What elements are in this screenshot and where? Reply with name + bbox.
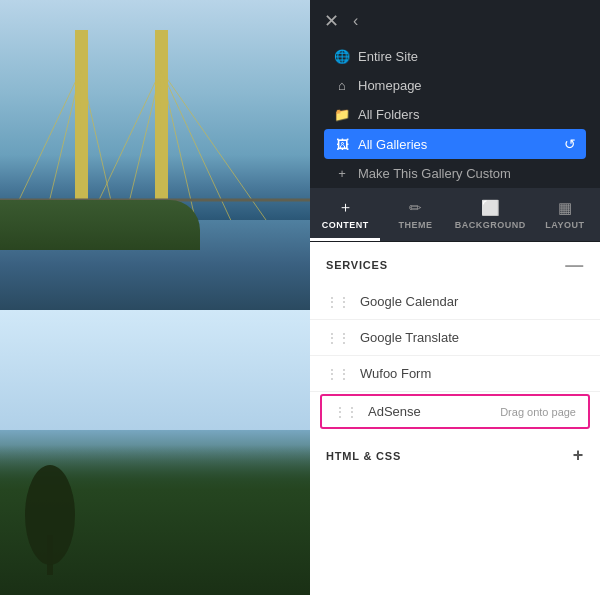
bridge-cables-svg [0, 40, 310, 220]
drag-handle-icon: ⋮⋮ [326, 295, 350, 309]
tab-background-label: BACKGROUND [455, 220, 526, 230]
nav-item-all-galleries[interactable]: 🖼 All Galleries ↺ [324, 129, 586, 159]
services-title: SERVICES [326, 259, 388, 271]
service-item-wufoo-form[interactable]: ⋮⋮ Wufoo Form [310, 356, 600, 392]
canvas-area [0, 0, 310, 595]
globe-icon: 🌐 [334, 49, 350, 64]
close-button[interactable]: ✕ [324, 12, 339, 30]
expand-html-css-button[interactable]: + [573, 445, 584, 466]
nav-top-row: ✕ ‹ [324, 12, 586, 30]
svg-line-5 [120, 70, 161, 220]
svg-line-2 [80, 70, 81, 220]
layout-tab-icon: ▦ [558, 199, 572, 217]
service-item-adsense[interactable]: ⋮⋮ AdSense Drag onto page [320, 394, 590, 429]
background-tab-icon: ⬜ [481, 199, 500, 217]
drag-onto-label: Drag onto page [500, 406, 576, 418]
nav-item-label: All Folders [358, 107, 419, 122]
svg-point-12 [25, 465, 75, 565]
bottom-image [0, 310, 310, 595]
tab-layout-label: LAYOUT [545, 220, 584, 230]
nav-item-label: Homepage [358, 78, 422, 93]
gallery-icon: 🖼 [334, 137, 350, 152]
tab-content[interactable]: ＋ CONTENT [310, 188, 380, 241]
nav-item-all-folders[interactable]: 📁 All Folders [324, 100, 586, 129]
svg-line-7 [161, 70, 200, 220]
svg-line-6 [160, 70, 161, 220]
tab-layout[interactable]: ▦ LAYOUT [530, 188, 600, 241]
tree-line [0, 200, 200, 250]
service-label: Google Translate [360, 330, 459, 345]
svg-line-0 [0, 70, 81, 220]
html-css-title: HTML & CSS [326, 450, 401, 462]
nav-item-label: All Galleries [358, 137, 427, 152]
nav-item-label: Entire Site [358, 49, 418, 64]
service-label: Wufoo Form [360, 366, 431, 381]
service-label: AdSense [368, 404, 421, 419]
service-item-google-translate[interactable]: ⋮⋮ Google Translate [310, 320, 600, 356]
nav-item-make-custom[interactable]: + Make This Gallery Custom [324, 159, 586, 188]
right-panel: ✕ ‹ 🌐 Entire Site ⌂ Homepage 📁 All Folde… [310, 0, 600, 595]
reset-icon[interactable]: ↺ [564, 136, 576, 152]
drag-handle-icon: ⋮⋮ [334, 405, 358, 419]
nav-item-label: Make This Gallery Custom [358, 166, 511, 181]
services-section-header: SERVICES — [310, 242, 600, 284]
nav-item-entire-site[interactable]: 🌐 Entire Site [324, 42, 586, 71]
tab-content-label: CONTENT [322, 220, 369, 230]
tab-theme-label: THEME [398, 220, 432, 230]
collapse-services-button[interactable]: — [565, 256, 584, 274]
nav-items: 🌐 Entire Site ⌂ Homepage 📁 All Folders 🖼… [324, 42, 586, 188]
back-button[interactable]: ‹ [353, 12, 358, 30]
folder-icon: 📁 [334, 107, 350, 122]
plus-icon: + [334, 166, 350, 181]
svg-line-8 [161, 70, 240, 220]
tree-svg [20, 455, 80, 575]
tabs-bar: ＋ CONTENT ✏ THEME ⬜ BACKGROUND ▦ LAYOUT [310, 188, 600, 242]
nav-item-homepage[interactable]: ⌂ Homepage [324, 71, 586, 100]
home-icon: ⌂ [334, 78, 350, 93]
nav-area: ✕ ‹ 🌐 Entire Site ⌂ Homepage 📁 All Folde… [310, 0, 600, 188]
tab-theme[interactable]: ✏ THEME [380, 188, 450, 241]
drag-handle-icon: ⋮⋮ [326, 367, 350, 381]
html-css-section-header: HTML & CSS + [310, 431, 600, 476]
svg-line-4 [80, 70, 161, 220]
svg-line-1 [40, 70, 81, 220]
theme-tab-icon: ✏ [409, 199, 422, 217]
drag-handle-icon: ⋮⋮ [326, 331, 350, 345]
service-label: Google Calendar [360, 294, 458, 309]
service-item-google-calendar[interactable]: ⋮⋮ Google Calendar [310, 284, 600, 320]
tab-background[interactable]: ⬜ BACKGROUND [451, 188, 530, 241]
content-tab-icon: ＋ [338, 198, 353, 217]
content-area: SERVICES — ⋮⋮ Google Calendar ⋮⋮ Google … [310, 242, 600, 595]
